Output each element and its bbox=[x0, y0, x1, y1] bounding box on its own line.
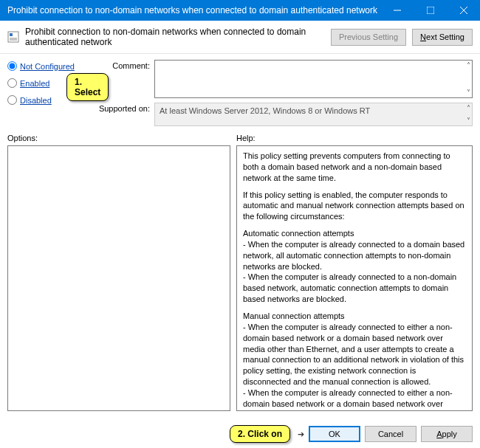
comment-textarea[interactable]: ˄ ˅ bbox=[154, 60, 473, 98]
help-paragraph: Automatic connection attempts - When the… bbox=[243, 228, 466, 305]
radio-not-configured[interactable]: Not Configured bbox=[7, 61, 85, 71]
previous-setting-button[interactable]: Previous Setting bbox=[331, 29, 406, 46]
help-section-label: Help: bbox=[236, 134, 473, 142]
chevron-up-icon[interactable]: ˄ bbox=[467, 61, 470, 69]
chevron-down-icon[interactable]: ˅ bbox=[467, 89, 470, 97]
cancel-button[interactable]: Cancel bbox=[365, 426, 416, 442]
window-title: Prohibit connection to non-domain networ… bbox=[7, 5, 380, 15]
radio-disabled-label: Disabled bbox=[20, 96, 52, 105]
radio-enabled-input[interactable] bbox=[7, 78, 17, 88]
help-paragraph: This policy setting prevents computers f… bbox=[243, 151, 466, 184]
chevron-up-icon[interactable]: ˄ bbox=[467, 104, 470, 112]
supported-label: Supported on: bbox=[91, 103, 150, 113]
close-button[interactable] bbox=[447, 0, 480, 21]
callout-select: 1. Select bbox=[66, 73, 109, 101]
callout-click: 2. Click on bbox=[230, 425, 290, 443]
policy-icon bbox=[7, 31, 19, 43]
policy-title-text: Prohibit connection to non-domain networ… bbox=[25, 27, 325, 47]
comment-label: Comment: bbox=[91, 60, 150, 70]
svg-rect-5 bbox=[10, 33, 13, 36]
supported-on-value: At least Windows Server 2012, Windows 8 … bbox=[160, 106, 370, 115]
arrow-icon: ➔ bbox=[298, 430, 304, 439]
dialog-footer: 2. Click on ➔ OK Cancel Apply bbox=[0, 420, 480, 448]
svg-rect-1 bbox=[427, 7, 434, 14]
supported-on-box: At least Windows Server 2012, Windows 8 … bbox=[154, 103, 473, 126]
window-titlebar: Prohibit connection to non-domain networ… bbox=[0, 0, 480, 21]
chevron-down-icon[interactable]: ˅ bbox=[467, 117, 470, 125]
radio-not-configured-label: Not Configured bbox=[20, 62, 75, 71]
radio-enabled-label: Enabled bbox=[20, 79, 49, 88]
ok-button[interactable]: OK bbox=[309, 426, 360, 442]
minimize-button[interactable] bbox=[380, 0, 414, 21]
help-panel[interactable]: This policy setting prevents computers f… bbox=[236, 145, 473, 411]
apply-button[interactable]: Apply bbox=[421, 426, 473, 442]
options-panel bbox=[7, 145, 230, 411]
next-setting-button[interactable]: Next Setting bbox=[412, 29, 473, 46]
radio-disabled-input[interactable] bbox=[7, 95, 17, 105]
options-section-label: Options: bbox=[7, 134, 236, 142]
radio-not-configured-input[interactable] bbox=[7, 61, 17, 71]
help-paragraph: Manual connection attempts - When the co… bbox=[243, 311, 466, 411]
maximize-button[interactable] bbox=[414, 0, 447, 21]
help-paragraph: If this policy setting is enabled, the c… bbox=[243, 190, 466, 223]
state-radio-group: Not Configured Enabled Disabled 1. Selec… bbox=[7, 60, 85, 126]
policy-header: Prohibit connection to non-domain networ… bbox=[0, 21, 480, 54]
